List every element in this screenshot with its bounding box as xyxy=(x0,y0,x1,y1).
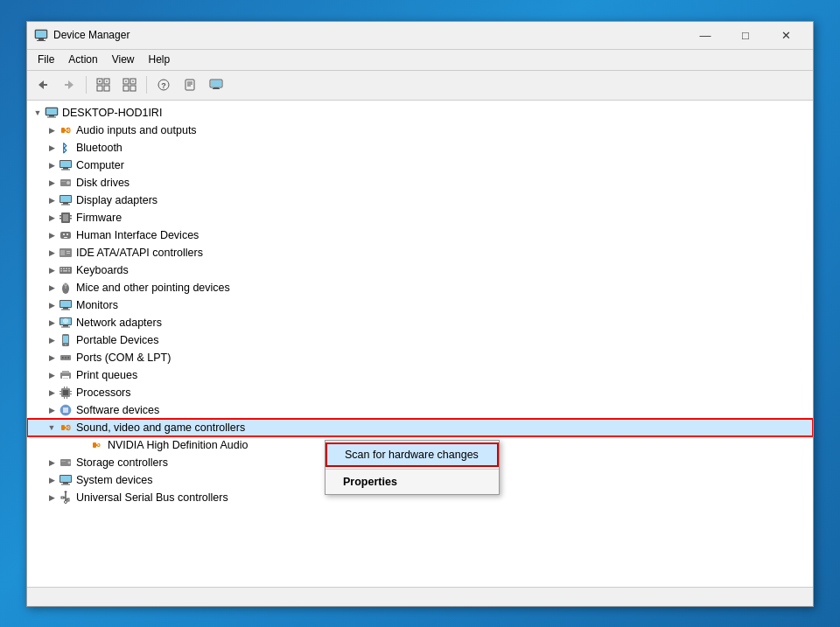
svg-rect-79 xyxy=(63,325,68,327)
app-icon xyxy=(34,28,48,42)
svg-rect-92 xyxy=(62,371,69,373)
toolbar: ? xyxy=(27,71,813,101)
ports-icon xyxy=(59,351,73,365)
storage-label: Storage controllers xyxy=(76,456,168,469)
menu-action[interactable]: Action xyxy=(61,52,104,67)
processors-expand-arrow: ▶ xyxy=(45,386,59,400)
svg-rect-97 xyxy=(60,391,61,392)
system-label: System devices xyxy=(76,474,153,486)
maximize-button[interactable]: □ xyxy=(725,21,766,49)
tree-item-software[interactable]: ▶ Software devices xyxy=(27,401,813,419)
tree-item-portable[interactable]: ▶ Portable Devices xyxy=(27,331,813,349)
usb-expand-arrow: ▶ xyxy=(45,491,59,505)
audio-label: Audio inputs and outputs xyxy=(76,124,197,136)
svg-rect-102 xyxy=(66,387,67,388)
monitor-icon xyxy=(209,79,223,91)
context-menu-properties[interactable]: Properties xyxy=(326,471,499,492)
svg-rect-101 xyxy=(64,387,65,388)
sound-expand-arrow: ▼ xyxy=(45,421,59,435)
help-button[interactable]: ? xyxy=(151,73,176,96)
print-label: Print queues xyxy=(76,369,137,381)
svg-rect-28 xyxy=(211,80,221,87)
tree-item-monitors[interactable]: ▶ Monitors xyxy=(27,296,813,314)
svg-rect-57 xyxy=(64,237,67,238)
tree-item-firmware[interactable]: ▶ Firmware xyxy=(27,209,813,226)
bluetooth-expand-arrow: ▶ xyxy=(45,141,59,155)
svg-rect-94 xyxy=(63,378,68,379)
computer-label: Computer xyxy=(76,159,124,171)
svg-rect-13 xyxy=(97,86,102,91)
svg-marker-117 xyxy=(64,491,67,492)
svg-rect-100 xyxy=(70,394,72,394)
tree-item-hid[interactable]: ▶ Human Interface Devices xyxy=(27,226,813,244)
back-button[interactable] xyxy=(31,73,55,96)
svg-rect-35 xyxy=(61,128,65,133)
minimize-button[interactable]: — xyxy=(685,21,725,49)
menu-file[interactable]: File xyxy=(31,52,61,67)
tree-item-ports[interactable]: ▶ Ports (COM & LPT) xyxy=(27,349,813,366)
keyboard-label: Keyboards xyxy=(76,264,129,276)
tree-item-network[interactable]: ▶ Network adapters xyxy=(27,314,813,331)
context-menu-scan[interactable]: Scan for hardware changes xyxy=(326,442,499,467)
svg-rect-40 xyxy=(61,169,70,170)
forward-button[interactable] xyxy=(57,73,81,96)
print-expand-arrow: ▶ xyxy=(45,368,59,382)
tree-item-bluetooth[interactable]: ▶ ᛒ Bluetooth xyxy=(27,139,813,157)
tree-item-display[interactable]: ▶ Display adapters xyxy=(27,192,813,209)
firmware-expand-arrow: ▶ xyxy=(45,211,59,225)
tree-root[interactable]: ▼ DESKTOP-HOD1IRI xyxy=(27,104,813,122)
tree-item-disk[interactable]: ▶ Disk drives xyxy=(27,174,813,192)
ports-expand-arrow: ▶ xyxy=(45,351,59,365)
properties-button[interactable] xyxy=(178,73,202,96)
close-button[interactable]: ✕ xyxy=(766,21,806,49)
tree-item-keyboard[interactable]: ▶ Keyboards xyxy=(27,261,813,279)
svg-rect-53 xyxy=(70,218,72,219)
svg-rect-33 xyxy=(49,115,54,117)
main-content: ▼ DESKTOP-HOD1IRI ▶ xyxy=(27,101,813,587)
menu-help[interactable]: Help xyxy=(142,52,178,67)
disk-icon xyxy=(59,176,73,190)
tree-item-ide[interactable]: ▶ IDE ATA/ATAPI controllers xyxy=(27,244,813,261)
svg-text:ᛒ: ᛒ xyxy=(61,142,68,155)
storage-expand-arrow: ▶ xyxy=(45,456,59,470)
svg-rect-98 xyxy=(60,394,61,394)
firmware-label: Firmware xyxy=(76,212,122,224)
context-menu-divider xyxy=(326,469,499,470)
svg-rect-74 xyxy=(60,301,71,307)
nvidia-icon xyxy=(90,438,104,452)
svg-rect-115 xyxy=(61,484,70,484)
svg-rect-2 xyxy=(37,40,46,41)
collapse-tree-button[interactable] xyxy=(117,73,142,96)
tree-item-print[interactable]: ▶ Print queues xyxy=(27,366,813,384)
mouse-icon xyxy=(59,281,73,295)
disk-expand-arrow: ▶ xyxy=(45,176,59,190)
monitors-icon xyxy=(59,298,73,312)
menu-view[interactable]: View xyxy=(105,52,142,67)
svg-rect-49 xyxy=(63,214,68,221)
tree-item-computer[interactable]: ▶ Computer xyxy=(27,157,813,174)
bluetooth-label: Bluetooth xyxy=(76,142,122,154)
software-icon xyxy=(59,403,73,417)
tree-item-sound[interactable]: ▼ Sound, video and game controllers xyxy=(27,419,813,436)
svg-rect-61 xyxy=(66,253,70,254)
computer-node-icon xyxy=(59,158,73,172)
tree-item-audio[interactable]: ▶ Audio inputs and outputs xyxy=(27,122,813,139)
help-icon: ? xyxy=(158,79,170,91)
svg-rect-19 xyxy=(123,86,129,91)
tree-item-processors[interactable]: ▶ Processors xyxy=(27,384,813,401)
svg-rect-107 xyxy=(61,425,65,430)
tree-item-mice[interactable]: ▶ Mice and other pointing devices xyxy=(27,279,813,296)
svg-rect-47 xyxy=(61,204,70,205)
svg-rect-104 xyxy=(66,397,67,399)
svg-rect-5 xyxy=(41,84,47,86)
svg-rect-45 xyxy=(60,196,71,202)
status-bar xyxy=(27,587,813,606)
svg-rect-114 xyxy=(63,483,68,484)
monitor-button[interactable] xyxy=(204,73,228,96)
svg-point-111 xyxy=(68,461,71,463)
context-menu: Scan for hardware changes Properties xyxy=(325,440,500,495)
svg-rect-3 xyxy=(36,31,46,38)
svg-rect-96 xyxy=(63,390,68,395)
expand-tree-button[interactable] xyxy=(91,73,116,96)
svg-rect-110 xyxy=(61,461,66,462)
